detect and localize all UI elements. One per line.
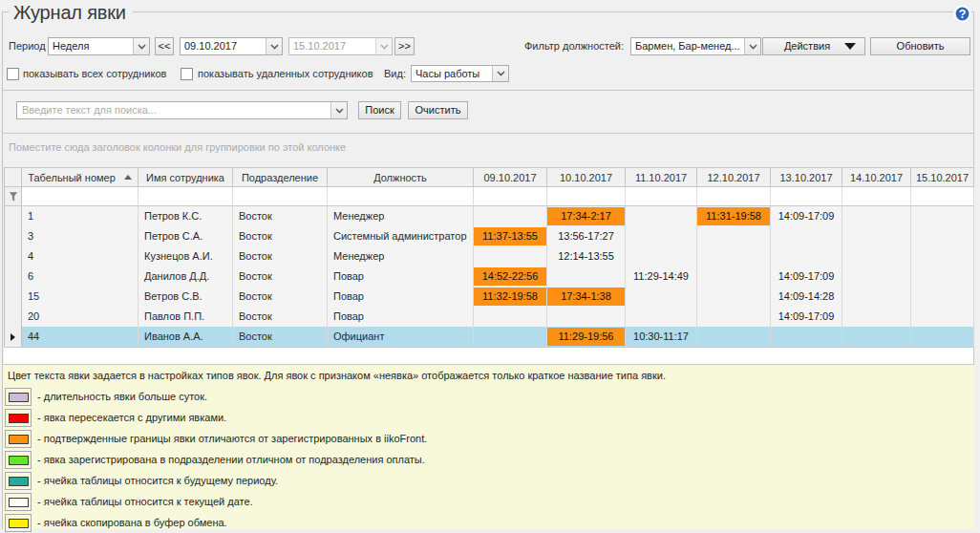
table-row[interactable]: 6Данилов Д.Д.ВостокПовар14:52-22:5611:29… xyxy=(5,266,974,287)
table-row[interactable]: 4Кузнецов А.И.ВостокМенеджер12:14-13:55 xyxy=(5,246,974,266)
column-header-name[interactable]: Имя сотрудника xyxy=(138,168,233,186)
cell-attendance[interactable]: 17:34-1:38 xyxy=(547,287,626,307)
help-icon[interactable]: ? xyxy=(952,4,972,24)
cell-attendance[interactable] xyxy=(911,307,974,327)
cell-attendance[interactable] xyxy=(626,307,697,327)
cell-attendance[interactable] xyxy=(547,307,626,327)
refresh-button[interactable]: Обновить xyxy=(870,37,970,55)
cell-department[interactable]: Восток xyxy=(233,266,328,287)
show-deleted-employees-checkbox[interactable] xyxy=(181,68,193,80)
cell-name[interactable]: Петров К.С. xyxy=(138,206,233,226)
cell-attendance[interactable]: 11:37-13:55 xyxy=(474,226,547,246)
date-from-dropdown-button[interactable] xyxy=(266,38,282,54)
filter-cell[interactable] xyxy=(22,187,138,205)
cell-department[interactable]: Восток xyxy=(233,246,328,266)
cell-department[interactable]: Восток xyxy=(233,327,328,347)
cell-attendance[interactable] xyxy=(842,206,911,226)
period-dropdown-button[interactable] xyxy=(133,38,149,54)
filter-cell[interactable] xyxy=(626,187,697,205)
cell-id[interactable]: 6 xyxy=(22,266,138,287)
cell-attendance[interactable]: 14:52-22:56 xyxy=(474,266,547,287)
cell-attendance[interactable] xyxy=(547,266,626,287)
cell-id[interactable]: 15 xyxy=(22,287,138,307)
cell-attendance[interactable] xyxy=(474,327,547,347)
cell-position[interactable]: Системный администратор xyxy=(328,226,474,246)
cell-attendance[interactable] xyxy=(771,226,842,246)
cell-id[interactable]: 44 xyxy=(22,327,138,347)
cell-name[interactable]: Данилов Д.Д. xyxy=(138,266,233,287)
cell-attendance[interactable] xyxy=(842,287,911,307)
cell-attendance[interactable]: 10:30-11:17 xyxy=(626,327,697,347)
column-header-date-13.10.2017[interactable]: 13.10.2017 xyxy=(771,168,842,186)
table-row[interactable]: 15Ветров С.В.ВостокПовар11:32-19:5817:34… xyxy=(5,287,974,307)
filter-cell[interactable] xyxy=(911,187,974,205)
clear-button[interactable]: Очистить xyxy=(408,101,468,119)
filter-cell[interactable] xyxy=(138,187,233,205)
cell-attendance[interactable] xyxy=(771,246,842,266)
cell-attendance[interactable] xyxy=(697,287,771,307)
cell-attendance[interactable]: 13:56-17:27 xyxy=(547,226,626,246)
cell-attendance[interactable] xyxy=(626,226,697,246)
cell-attendance[interactable]: 14:09-17:09 xyxy=(771,266,842,287)
cell-attendance[interactable] xyxy=(842,307,911,327)
column-header-date-12.10.2017[interactable]: 12.10.2017 xyxy=(697,168,771,186)
column-header-date-14.10.2017[interactable]: 14.10.2017 xyxy=(842,168,911,186)
cell-attendance[interactable] xyxy=(626,206,697,226)
cell-attendance[interactable] xyxy=(911,226,974,246)
view-dropdown-button[interactable] xyxy=(492,66,508,81)
column-header-id[interactable]: Табельный номер xyxy=(22,168,138,186)
cell-attendance[interactable] xyxy=(771,327,842,347)
cell-name[interactable]: Ветров С.В. xyxy=(138,287,233,307)
table-row[interactable]: 44Иванов А.А.ВостокОфициант11:29-19:5610… xyxy=(5,327,974,347)
filter-cell[interactable] xyxy=(233,187,328,205)
actions-button[interactable]: Действия xyxy=(762,37,865,55)
prev-period-button[interactable]: << xyxy=(155,37,174,55)
cell-attendance[interactable]: 14:09-17:09 xyxy=(771,206,842,226)
table-row[interactable]: 3Петров С.А.ВостокСистемный администрато… xyxy=(5,226,974,246)
cell-attendance[interactable] xyxy=(842,266,911,287)
cell-attendance[interactable]: 11:29-19:56 xyxy=(547,327,626,347)
cell-id[interactable]: 20 xyxy=(22,307,138,327)
cell-attendance[interactable] xyxy=(911,246,974,266)
cell-id[interactable]: 4 xyxy=(22,246,138,266)
search-button[interactable]: Поиск xyxy=(358,101,401,119)
table-row[interactable]: 1Петров К.С.ВостокМенеджер17:34-2:1711:3… xyxy=(5,206,974,226)
cell-attendance[interactable]: 17:34-2:17 xyxy=(547,206,626,226)
cell-attendance[interactable]: 11:32-19:58 xyxy=(474,287,547,307)
cell-attendance[interactable] xyxy=(474,307,547,327)
cell-attendance[interactable] xyxy=(697,246,771,266)
cell-position[interactable]: Менеджер xyxy=(328,246,474,266)
cell-attendance[interactable]: 14:09-14:28 xyxy=(771,287,842,307)
cell-position[interactable]: Повар xyxy=(328,307,474,327)
cell-department[interactable]: Восток xyxy=(233,206,328,226)
search-input[interactable]: Введите текст для поиска... xyxy=(16,101,348,119)
filter-cell[interactable] xyxy=(547,187,626,205)
search-dropdown-button[interactable] xyxy=(330,102,347,118)
cell-attendance[interactable] xyxy=(842,327,911,347)
view-select[interactable]: Часы работы xyxy=(411,65,509,82)
cell-position[interactable]: Менеджер xyxy=(328,206,474,226)
cell-department[interactable]: Восток xyxy=(233,226,328,246)
cell-attendance[interactable] xyxy=(697,226,771,246)
date-from-picker[interactable]: 09.10.2017 xyxy=(180,37,283,55)
cell-attendance[interactable] xyxy=(842,226,911,246)
column-header-department[interactable]: Подразделение xyxy=(233,168,328,186)
cell-attendance[interactable] xyxy=(474,206,547,226)
cell-attendance[interactable] xyxy=(697,307,771,327)
cell-position[interactable]: Повар xyxy=(328,266,474,287)
period-select[interactable]: Неделя xyxy=(48,37,150,55)
column-header-position[interactable]: Должность xyxy=(328,168,474,186)
filter-cell[interactable] xyxy=(328,187,474,205)
table-row[interactable]: 20Павлов П.П.ВостокПовар14:09-17:09 xyxy=(5,307,974,327)
filter-cell[interactable] xyxy=(771,187,842,205)
cell-attendance[interactable] xyxy=(626,287,697,307)
next-period-button[interactable]: >> xyxy=(394,37,415,55)
cell-id[interactable]: 3 xyxy=(22,226,138,246)
column-header-date-09.10.2017[interactable]: 09.10.2017 xyxy=(474,168,547,186)
cell-attendance[interactable]: 14:09-17:09 xyxy=(771,307,842,327)
cell-name[interactable]: Кузнецов А.И. xyxy=(138,246,233,266)
cell-attendance[interactable]: 11:29-14:49 xyxy=(626,266,697,287)
cell-attendance[interactable] xyxy=(911,206,974,226)
show-all-employees-checkbox[interactable] xyxy=(7,68,19,80)
cell-attendance[interactable] xyxy=(842,246,911,266)
